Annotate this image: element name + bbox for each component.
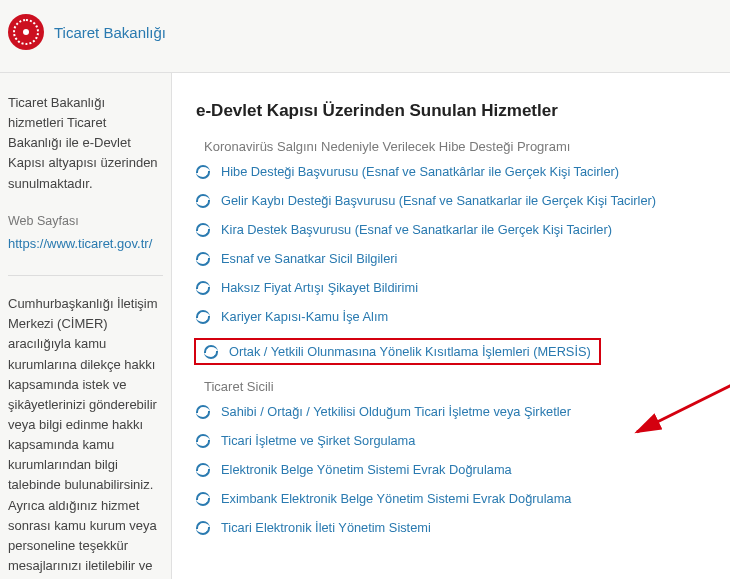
main: e-Devlet Kapısı Üzerinden Sunulan Hizmet… xyxy=(172,73,730,579)
group-title: Ticaret Sicili xyxy=(204,379,720,394)
service-link[interactable]: Esnaf ve Sanatkar Sicil Bilgileri xyxy=(221,251,397,266)
service-link[interactable]: Sahibi / Ortağı / Yetkilisi Olduğum Tica… xyxy=(221,404,571,419)
service-item: Ticari Elektronik İleti Yönetim Sistemi xyxy=(196,520,720,535)
web-label: Web Sayfası xyxy=(8,214,163,228)
group-title: Koronavirüs Salgını Nedeniyle Verilecek … xyxy=(204,139,720,154)
service-item: Ticari İşletme ve Şirket Sorgulama xyxy=(196,433,720,448)
service-link[interactable]: Eximbank Elektronik Belge Yönetim Sistem… xyxy=(221,491,571,506)
sidebar-cimer: Cumhurbaşkanlığı İletişim Merkezi (CİMER… xyxy=(8,294,163,579)
refresh-icon xyxy=(196,252,211,266)
service-item: Sahibi / Ortağı / Yetkilisi Olduğum Tica… xyxy=(196,404,720,419)
header-title: Ticaret Bakanlığı xyxy=(54,24,166,41)
sidebar-divider xyxy=(8,275,163,276)
service-link[interactable]: Kariyer Kapısı-Kamu İşe Alım xyxy=(221,309,388,324)
refresh-icon xyxy=(196,194,211,208)
service-item: Ortak / Yetkili Olunmasına Yönelik Kısıt… xyxy=(196,338,720,365)
service-link[interactable]: Kira Destek Başvurusu (Esnaf ve Sanatkar… xyxy=(221,222,612,237)
refresh-icon xyxy=(196,434,211,448)
service-item: Haksız Fiyat Artışı Şikayet Bildirimi xyxy=(196,280,720,295)
service-link[interactable]: Hibe Desteği Başvurusu (Esnaf ve Sanatkâ… xyxy=(221,164,619,179)
service-item: Elektronik Belge Yönetim Sistemi Evrak D… xyxy=(196,462,720,477)
refresh-icon xyxy=(196,521,211,535)
highlighted-service: Ortak / Yetkili Olunmasına Yönelik Kısıt… xyxy=(194,338,601,365)
refresh-icon xyxy=(196,463,211,477)
service-item: Esnaf ve Sanatkar Sicil Bilgileri xyxy=(196,251,720,266)
page-title: e-Devlet Kapısı Üzerinden Sunulan Hizmet… xyxy=(196,101,720,121)
header: Ticaret Bakanlığı xyxy=(0,0,730,73)
sidebar-intro: Ticaret Bakanlığı hizmetleri Ticaret Bak… xyxy=(8,93,163,194)
refresh-icon xyxy=(196,281,211,295)
refresh-icon xyxy=(196,223,211,237)
layout: Ticaret Bakanlığı hizmetleri Ticaret Bak… xyxy=(0,73,730,579)
service-item: Kariyer Kapısı-Kamu İşe Alım xyxy=(196,309,720,324)
ministry-logo xyxy=(8,14,44,50)
sidebar: Ticaret Bakanlığı hizmetleri Ticaret Bak… xyxy=(0,73,172,579)
services-container: Koronavirüs Salgını Nedeniyle Verilecek … xyxy=(196,139,720,535)
service-link[interactable]: Gelir Kaybı Desteği Başvurusu (Esnaf ve … xyxy=(221,193,656,208)
web-link[interactable]: https://www.ticaret.gov.tr/ xyxy=(8,234,163,254)
service-link[interactable]: Ticari Elektronik İleti Yönetim Sistemi xyxy=(221,520,431,535)
service-item: Kira Destek Başvurusu (Esnaf ve Sanatkar… xyxy=(196,222,720,237)
service-item: Hibe Desteği Başvurusu (Esnaf ve Sanatkâ… xyxy=(196,164,720,179)
refresh-icon xyxy=(196,165,211,179)
service-link[interactable]: Ticari İşletme ve Şirket Sorgulama xyxy=(221,433,415,448)
service-link[interactable]: Ortak / Yetkili Olunmasına Yönelik Kısıt… xyxy=(229,344,591,359)
refresh-icon xyxy=(196,492,211,506)
service-link[interactable]: Haksız Fiyat Artışı Şikayet Bildirimi xyxy=(221,280,418,295)
refresh-icon xyxy=(196,310,211,324)
refresh-icon xyxy=(204,345,219,359)
service-item: Eximbank Elektronik Belge Yönetim Sistem… xyxy=(196,491,720,506)
refresh-icon xyxy=(196,405,211,419)
service-link[interactable]: Elektronik Belge Yönetim Sistemi Evrak D… xyxy=(221,462,512,477)
service-item: Gelir Kaybı Desteği Başvurusu (Esnaf ve … xyxy=(196,193,720,208)
